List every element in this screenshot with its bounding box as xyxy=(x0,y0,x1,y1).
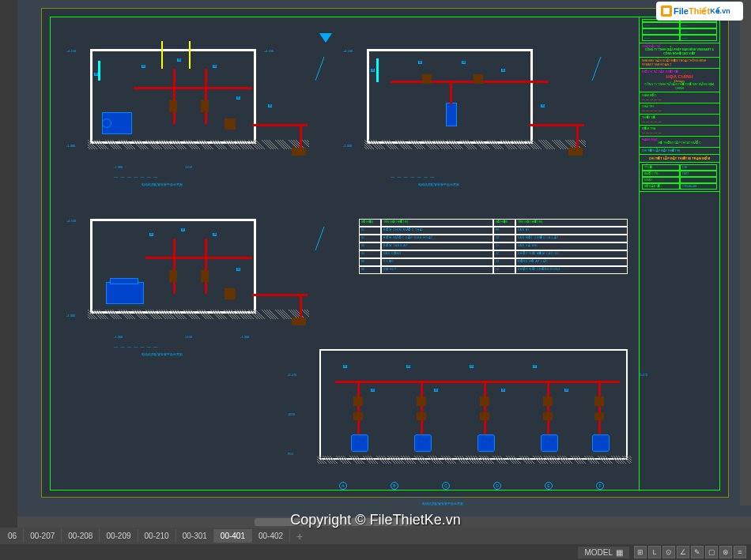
status-snap-button[interactable]: ⊞ xyxy=(634,546,647,558)
section-view-3: 01 02 03 04 +4.150 -1.300 -1.300 1150 -1… xyxy=(66,195,319,345)
section-view-2: 01 02 03 04 05 +4.150 -1.300 — — — — — —… xyxy=(343,25,596,175)
layout-tab[interactable]: 00-207 xyxy=(24,529,62,543)
status-ortho-button[interactable]: L xyxy=(648,546,661,558)
logo-icon xyxy=(659,4,674,18)
section-view-1: 01 02 03 04 05 06 +4.150 -1.300 +4.150 -… xyxy=(66,25,319,175)
titleblock: — —— — — —— — — —— — CHỦ ĐẦU TƯ: CÔNG TY… xyxy=(639,17,719,490)
layout-tab[interactable]: 00-208 xyxy=(62,529,100,543)
model-space-button[interactable]: MODEL ▦ xyxy=(578,547,629,558)
layout-tab-active[interactable]: 00-401 xyxy=(214,529,252,543)
layout-tab[interactable]: 00-209 xyxy=(100,529,138,543)
left-ruler xyxy=(0,0,17,528)
layout-tab[interactable]: 00-402 xyxy=(252,529,290,543)
status-lwt-button[interactable]: ▢ xyxy=(705,546,718,558)
layout-tab[interactable]: 06 xyxy=(2,529,24,543)
svg-rect-1 xyxy=(663,8,670,14)
equipment-schedule: SỐ HIỆU TÊN GỌI THIẾT BỊ SỐ HIỆU TÊN GỌI… xyxy=(359,219,628,274)
sheet-border: — —— — — —— — — —— — CHỦ ĐẦU TƯ: CÔNG TY… xyxy=(50,17,720,490)
vertical-scrollbar[interactable] xyxy=(740,0,751,506)
status-menu-button[interactable]: ≡ xyxy=(734,546,746,558)
drawing-sheet: — —— — — —— — — —— — CHỦ ĐẦU TƯ: CÔNG TY… xyxy=(41,8,729,498)
tb-owner: CÔNG TY TNHH GIẢI PHÁP MÀN HÌNH VINSMART… xyxy=(642,48,717,55)
generator xyxy=(106,282,144,304)
tb-brand-desc: CÔNG TY TNHH TƯ VẤN THIẾT KẾ XÂY DỰNG HỌ… xyxy=(642,83,717,90)
horizontal-scrollbar[interactable] xyxy=(17,517,751,528)
elevation-view: 01 02 03 04 05 06 07 08 -0.470 1600 950 … xyxy=(296,333,636,483)
grid-icon: ▦ xyxy=(616,548,623,557)
status-track-button[interactable]: ✎ xyxy=(691,546,704,558)
tb-brand-main: HỌA CHÍNH xyxy=(642,73,717,79)
layout-tabs-bar: 06 00-207 00-208 00-209 00-210 00-301 00… xyxy=(0,528,751,544)
status-osnap-button[interactable]: ∠ xyxy=(677,546,689,558)
tb-subcategory: CHI TIẾT LẮP ĐẶT THIẾT BỊ xyxy=(642,149,717,152)
status-bar: MODEL ▦ ⊞ L ⊙ ∠ ✎ ▢ ⊗ ≡ xyxy=(0,544,751,560)
scrollbar-thumb[interactable] xyxy=(255,518,413,526)
watermark-logo: FileThiếtKế.vn xyxy=(656,2,743,21)
layout-tab[interactable]: 00-210 xyxy=(138,529,176,543)
status-polar-button[interactable]: ⊙ xyxy=(662,546,675,558)
status-qp-button[interactable]: ⊗ xyxy=(719,546,732,558)
add-layout-button[interactable]: + xyxy=(290,528,309,545)
tb-drawing-title: CHI TIẾT LẮP ĐẶT THIẾT BỊ TRẠM BƠM xyxy=(642,156,717,160)
layout-tab[interactable]: 00-301 xyxy=(176,529,214,543)
pump-2 xyxy=(446,103,457,126)
tb-category: HỆ THỐNG CẤP THOÁT NƯỚC xyxy=(642,141,717,145)
tb-project: NHÀ MÁY SẢN XUẤT ĐIỆN THOẠI THÔNG MINH V… xyxy=(642,59,717,66)
canvas-area[interactable]: — —— — — —— — — —— — CHỦ ĐẦU TƯ: CÔNG TY… xyxy=(17,0,751,528)
